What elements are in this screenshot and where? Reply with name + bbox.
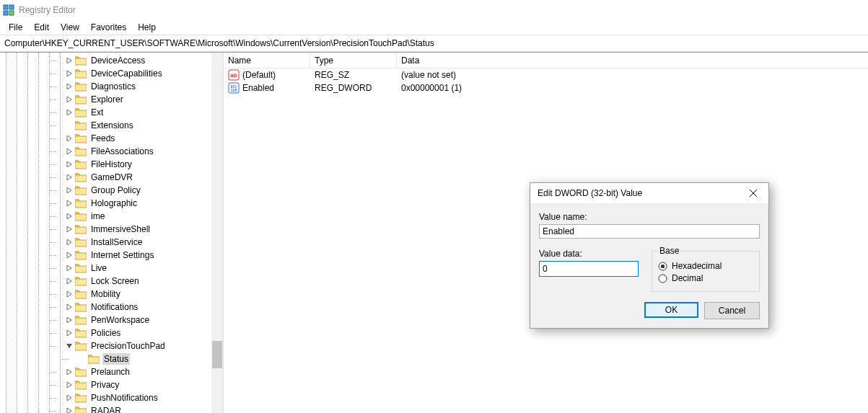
tree-item-label: Mobility xyxy=(89,288,122,300)
tree-item-label: Holographic xyxy=(89,197,139,209)
tree-item-mobility[interactable]: Mobility xyxy=(56,288,223,301)
tree-item-deviceaccess[interactable]: DeviceAccess xyxy=(56,54,223,67)
menu-favorites[interactable]: Favorites xyxy=(85,21,132,34)
tree-item-fileassociations[interactable]: FileAssociations xyxy=(56,145,223,158)
tree-item-precisiontouchpad[interactable]: PrecisionTouchPad xyxy=(56,339,223,352)
tree-item-lock-screen[interactable]: Lock Screen xyxy=(56,275,223,288)
tree-item-radar[interactable]: RADAR xyxy=(56,404,223,413)
tree-item-live[interactable]: Live xyxy=(56,262,223,275)
tree-item-internet-settings[interactable]: Internet Settings xyxy=(56,249,223,262)
tree-item-status[interactable]: Status xyxy=(56,352,223,365)
tree-item-label: Extensions xyxy=(89,120,135,131)
radio-unselected-icon xyxy=(658,274,667,283)
tree-item-extensions[interactable]: Extensions xyxy=(56,119,223,132)
tree-item-label: Group Policy xyxy=(89,185,142,196)
svg-rect-1 xyxy=(9,5,14,9)
tree-item-label: Privacy xyxy=(89,379,120,391)
tree-item-policies[interactable]: Policies xyxy=(56,327,223,339)
cancel-button[interactable]: Cancel xyxy=(704,302,760,319)
menu-edit[interactable]: Edit xyxy=(28,21,55,34)
tree-item-notifications[interactable]: Notifications xyxy=(56,301,223,314)
tree-pane: DeviceAccess DeviceCapabilities Diagnost… xyxy=(0,53,224,413)
tree-item-label: Ext xyxy=(89,107,105,118)
tree-item-devicecapabilities[interactable]: DeviceCapabilities xyxy=(56,67,223,80)
tree-item-label: Notifications xyxy=(89,301,139,313)
tree-item-diagnostics[interactable]: Diagnostics xyxy=(56,80,223,93)
radio-hexadecimal[interactable]: Hexadecimal xyxy=(658,261,753,271)
folder-icon xyxy=(75,341,87,351)
svg-text:110: 110 xyxy=(231,88,237,92)
tree-item-ext[interactable]: Ext xyxy=(56,106,223,119)
ok-button[interactable]: OK xyxy=(644,302,698,318)
list-pane: Name Type Data ab (Default)REG_SZ(value … xyxy=(224,53,868,413)
column-type[interactable]: Type xyxy=(310,53,397,68)
list-row[interactable]: ab (Default)REG_SZ(value not set) xyxy=(224,68,868,81)
folder-icon xyxy=(75,289,87,299)
tree-item-holographic[interactable]: Holographic xyxy=(56,197,223,210)
tree-item-penworkspace[interactable]: PenWorkspace xyxy=(56,314,223,327)
title-bar: Registry Editor xyxy=(0,0,868,20)
address-bar xyxy=(0,35,868,52)
dialog-titlebar[interactable]: Edit DWORD (32-bit) Value xyxy=(530,183,768,203)
folder-icon xyxy=(75,198,87,208)
tree-scrollbar[interactable] xyxy=(211,53,223,413)
radio-dec-label: Decimal xyxy=(672,273,703,283)
tree-item-pushnotifications[interactable]: PushNotifications xyxy=(56,391,223,404)
dialog-close-button[interactable] xyxy=(738,183,768,203)
tree-item-group-policy[interactable]: Group Policy xyxy=(56,184,223,197)
folder-icon xyxy=(75,393,87,403)
folder-icon xyxy=(75,302,87,312)
folder-icon xyxy=(88,354,100,364)
radio-decimal[interactable]: Decimal xyxy=(658,273,753,283)
tree-item-label: PushNotifications xyxy=(89,392,159,404)
svg-rect-0 xyxy=(4,5,8,9)
value-data: 0x00000001 (1) xyxy=(397,83,868,93)
tree-item-installservice[interactable]: InstallService xyxy=(56,236,223,249)
folder-icon xyxy=(75,380,87,390)
menubar: File Edit View Favorites Help xyxy=(0,20,868,35)
folder-icon xyxy=(75,406,87,413)
tree-item-filehistory[interactable]: FileHistory xyxy=(56,158,223,171)
folder-icon xyxy=(75,250,87,260)
tree-item-label: PenWorkspace xyxy=(89,314,151,326)
value-type: REG_SZ xyxy=(310,70,397,80)
folder-icon xyxy=(75,94,87,105)
column-data[interactable]: Data xyxy=(397,53,868,68)
tree-item-feeds[interactable]: Feeds xyxy=(56,132,223,145)
value-data-field[interactable] xyxy=(539,261,639,277)
tree-scroll-thumb[interactable] xyxy=(212,341,222,368)
reg-sz-icon: ab xyxy=(228,69,240,81)
value-name-field[interactable] xyxy=(539,224,760,239)
tree-item-gamedvr[interactable]: GameDVR xyxy=(56,171,223,184)
dialog-title-text: Edit DWORD (32-bit) Value xyxy=(538,188,642,198)
address-input[interactable] xyxy=(3,37,865,49)
column-name[interactable]: Name xyxy=(224,53,310,68)
menu-help[interactable]: Help xyxy=(132,21,162,34)
tree-item-label: Explorer xyxy=(89,94,125,105)
folder-icon xyxy=(75,120,87,130)
tree-item-label: Live xyxy=(89,262,108,274)
folder-icon xyxy=(75,224,87,234)
tree-item-privacy[interactable]: Privacy xyxy=(56,378,223,391)
tree-item-label: Lock Screen xyxy=(89,275,141,287)
regedit-icon xyxy=(3,4,14,16)
close-icon xyxy=(750,190,757,197)
folder-icon xyxy=(75,172,87,182)
svg-rect-2 xyxy=(4,11,8,15)
radio-hex-label: Hexadecimal xyxy=(672,261,722,271)
tree-item-prelaunch[interactable]: Prelaunch xyxy=(56,365,223,378)
list-row[interactable]: 011 110 EnabledREG_DWORD0x00000001 (1) xyxy=(224,81,868,94)
menu-view[interactable]: View xyxy=(55,21,85,34)
tree-item-explorer[interactable]: Explorer xyxy=(56,93,223,106)
svg-text:ab: ab xyxy=(230,72,237,79)
menu-file[interactable]: File xyxy=(3,21,28,34)
folder-icon xyxy=(75,107,87,117)
tree-item-label: DeviceCapabilities xyxy=(89,68,164,79)
tree-item-label: DeviceAccess xyxy=(89,55,146,66)
base-group: Base Hexadecimal xyxy=(652,246,760,292)
value-type: REG_DWORD xyxy=(310,83,397,93)
app-title: Registry Editor xyxy=(19,5,76,15)
tree-item-label: Feeds xyxy=(89,133,116,144)
tree-item-immersiveshell[interactable]: ImmersiveShell xyxy=(56,223,223,236)
tree-item-ime[interactable]: ime xyxy=(56,210,223,223)
